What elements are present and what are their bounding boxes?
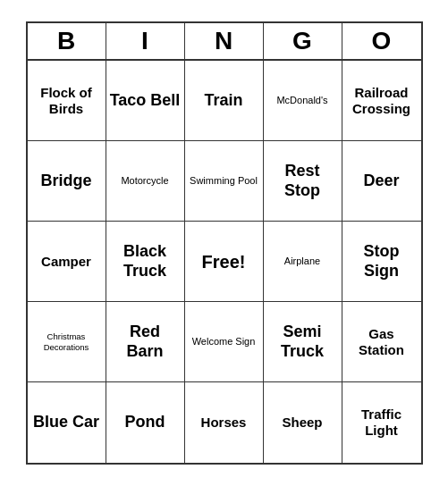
bingo-card: BINGO Flock of BirdsTaco BellTrainMcDona… — [26, 21, 423, 465]
bingo-cell: Gas Station — [342, 302, 421, 382]
bingo-cell: McDonald's — [264, 61, 342, 141]
bingo-cell: Bridge — [28, 141, 106, 222]
bingo-cell: Railroad Crossing — [342, 61, 421, 141]
bingo-cell: Red Barn — [106, 302, 185, 382]
bingo-cell: Pond — [106, 382, 185, 463]
cell-text: Gas Station — [346, 326, 418, 358]
cell-text: Free! — [202, 251, 246, 272]
cell-text: Flock of Birds — [31, 85, 102, 117]
cell-text: Bridge — [40, 172, 91, 191]
bingo-cell: Welcome Sign — [185, 302, 264, 382]
cell-text: Semi Truck — [267, 323, 338, 361]
bingo-cell: Airplane — [264, 222, 342, 302]
cell-text: Black Truck — [110, 242, 181, 281]
cell-text: Red Barn — [110, 323, 181, 361]
cell-text: Taco Bell — [110, 91, 181, 111]
cell-text: McDonald's — [276, 95, 327, 106]
bingo-cell: Motorcycle — [106, 141, 185, 222]
bingo-cell: Camper — [28, 222, 106, 302]
cell-text: Swimming Pool — [190, 175, 258, 187]
cell-text: Blue Car — [33, 413, 99, 432]
cell-text: Airplane — [284, 256, 320, 267]
bingo-cell: Flock of Birds — [28, 61, 106, 141]
cell-text: Rest Stop — [267, 162, 338, 200]
bingo-header: BINGO — [28, 23, 421, 61]
header-letter: O — [342, 23, 421, 59]
cell-text: Deer — [363, 172, 399, 191]
header-letter: N — [185, 23, 264, 59]
header-letter: I — [106, 23, 185, 59]
bingo-cell: Swimming Pool — [185, 141, 264, 222]
bingo-cell: Traffic Light — [342, 382, 421, 463]
bingo-cell: Blue Car — [28, 382, 106, 463]
cell-text: Motorcycle — [121, 175, 168, 187]
bingo-cell: Free! — [185, 222, 264, 302]
bingo-cell: Semi Truck — [264, 302, 342, 382]
bingo-cell: Stop Sign — [342, 222, 421, 302]
bingo-cell: Sheep — [264, 382, 342, 463]
bingo-grid: Flock of BirdsTaco BellTrainMcDonald'sRa… — [28, 61, 421, 463]
cell-text: Railroad Crossing — [346, 85, 418, 117]
bingo-cell: Taco Bell — [106, 61, 185, 141]
cell-text: Christmas Decorations — [31, 331, 102, 352]
header-letter: B — [28, 23, 106, 59]
cell-text: Horses — [201, 415, 247, 431]
cell-text: Welcome Sign — [192, 336, 256, 348]
bingo-cell: Train — [185, 61, 264, 141]
cell-text: Camper — [41, 254, 91, 270]
cell-text: Stop Sign — [346, 242, 418, 281]
bingo-cell: Christmas Decorations — [28, 302, 106, 382]
bingo-cell: Rest Stop — [264, 141, 342, 222]
bingo-cell: Black Truck — [106, 222, 185, 302]
cell-text: Pond — [125, 413, 165, 432]
bingo-cell: Horses — [185, 382, 264, 463]
header-letter: G — [264, 23, 342, 59]
cell-text: Train — [204, 91, 242, 111]
cell-text: Traffic Light — [346, 406, 418, 439]
bingo-cell: Deer — [342, 141, 421, 222]
cell-text: Sheep — [282, 415, 322, 431]
